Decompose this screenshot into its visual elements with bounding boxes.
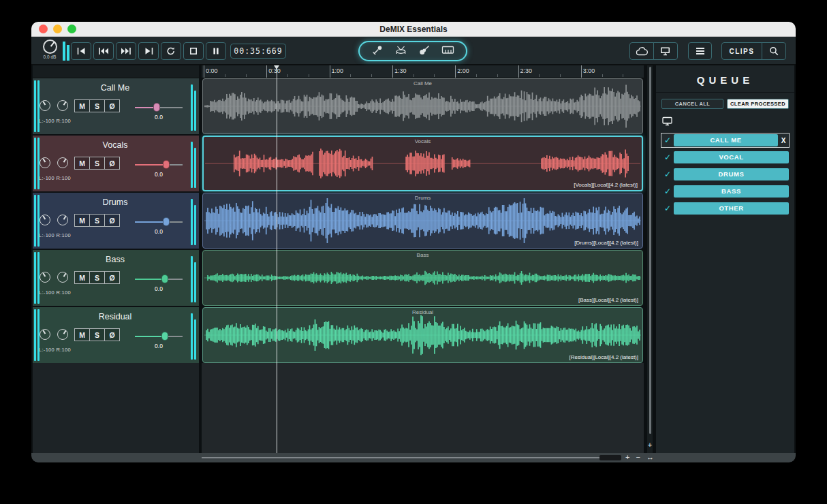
track-header[interactable]: Residual M S Ø L:-100 R:100 0.0 [33, 307, 199, 363]
track-header[interactable]: Bass M S Ø L:-100 R:100 0.0 [33, 250, 199, 306]
volume-slider-thumb[interactable] [161, 332, 168, 341]
pan-right-knob[interactable] [57, 215, 68, 225]
track-header[interactable]: Drums M S Ø L:-100 R:100 0.0 [33, 193, 199, 249]
volume-slider-thumb[interactable] [163, 217, 170, 226]
fast-forward-button[interactable] [116, 42, 136, 60]
phase-button[interactable]: Ø [104, 99, 120, 112]
queue-panel: QUEUE CANCEL ALL CLEAR PROCESSED ✓ CALL … [656, 65, 794, 453]
piano-icon[interactable] [441, 45, 454, 57]
rewind-button[interactable] [93, 42, 114, 60]
menu-button[interactable] [688, 42, 712, 60]
phase-button[interactable]: Ø [104, 271, 120, 284]
drums-icon[interactable] [394, 45, 407, 58]
volume-slider-thumb[interactable] [153, 103, 160, 112]
volume-slider[interactable] [135, 103, 183, 112]
solo-button[interactable]: S [89, 328, 105, 341]
master-gain-knob[interactable] [43, 40, 57, 54]
phase-button[interactable]: Ø [104, 328, 120, 341]
horizontal-scrollbar[interactable] [202, 453, 621, 462]
queue-item-label[interactable]: OTHER [674, 202, 789, 215]
track-name: Vocals [42, 140, 188, 150]
volume-slider[interactable] [135, 160, 183, 169]
track-header[interactable]: Call Me M S Ø L:-100 R:100 0.0 [33, 78, 199, 134]
pan-range-label: L:-100 R:100 [39, 232, 71, 238]
pan-left-knob[interactable] [40, 329, 50, 340]
pause-button[interactable] [206, 42, 226, 60]
clips-button[interactable]: CLIPS [721, 42, 762, 60]
stop-button[interactable] [183, 42, 204, 60]
track-level-meter [191, 82, 197, 131]
queue-item[interactable]: ✓ BASS [661, 185, 789, 198]
mute-button[interactable]: M [74, 99, 90, 112]
timeline-ruler[interactable]: 0:000:301:001:302:002:303:003 [202, 65, 644, 78]
pan-right-knob[interactable] [57, 329, 68, 340]
pan-right-knob[interactable] [57, 157, 68, 168]
queue-item-label[interactable]: VOCAL [674, 151, 789, 163]
zoom-in-button[interactable]: + [625, 453, 629, 462]
audio-clip[interactable]: Drums [Drums][Local][4.2 (latest)] [202, 193, 643, 249]
vertical-scrollbar[interactable]: + [647, 65, 653, 453]
mute-button[interactable]: M [74, 328, 90, 341]
pan-left-knob[interactable] [40, 100, 50, 111]
stem-selector[interactable] [358, 41, 467, 61]
phase-button[interactable]: Ø [104, 157, 120, 170]
pan-right-knob[interactable] [57, 272, 68, 283]
check-icon: ✓ [661, 204, 674, 213]
local-processing-button[interactable] [653, 42, 678, 60]
queue-item-label[interactable]: CALL ME [674, 134, 778, 146]
titlebar[interactable]: DeMIX Essentials [31, 22, 796, 37]
queue-item[interactable]: ✓ OTHER [661, 202, 789, 215]
loop-button[interactable] [161, 42, 181, 60]
track-name: Drums [42, 198, 188, 207]
queue-item[interactable]: ✓ VOCAL [661, 151, 789, 164]
playhead[interactable] [277, 65, 277, 453]
solo-button[interactable]: S [89, 157, 105, 170]
audio-clip[interactable]: Residual [Residual][Local][4.2 (latest)] [202, 307, 643, 363]
ruler-tick: 2:00 [455, 65, 456, 78]
guitar-icon[interactable] [418, 45, 430, 58]
remove-queue-item-button[interactable]: X [778, 137, 789, 144]
zoom-fit-button[interactable]: ↔ [646, 453, 654, 462]
waveform [205, 138, 640, 189]
queue-item-label[interactable]: BASS [674, 185, 789, 198]
microphone-icon[interactable] [371, 45, 383, 58]
pan-right-knob[interactable] [57, 100, 68, 111]
phase-button[interactable]: Ø [104, 214, 120, 227]
pan-left-knob[interactable] [40, 157, 50, 168]
solo-button[interactable]: S [89, 214, 105, 227]
audio-clip[interactable]: Call Me [202, 78, 643, 134]
mute-button[interactable]: M [74, 214, 90, 227]
queue-item[interactable]: ✓ DRUMS [661, 168, 789, 181]
cloud-processing-button[interactable] [629, 42, 654, 60]
mute-button[interactable]: M [74, 271, 90, 284]
track-header[interactable]: Vocals M S Ø L:-100 R:100 0.0 [33, 136, 199, 191]
search-button[interactable] [762, 42, 786, 60]
vertical-zoom-in-button[interactable]: + [647, 441, 653, 449]
waveform [204, 252, 641, 304]
volume-slider[interactable] [135, 332, 183, 341]
track-name: Bass [42, 255, 188, 264]
volume-slider[interactable] [135, 274, 183, 283]
volume-slider-thumb[interactable] [163, 160, 170, 169]
cancel-all-button[interactable]: CANCEL ALL [661, 99, 723, 109]
queue-item-label[interactable]: DRUMS [674, 168, 789, 180]
timeline[interactable]: 0:000:301:001:302:002:303:003 Call Me Vo… [202, 65, 644, 453]
pan-left-knob[interactable] [40, 215, 50, 225]
clear-processed-button[interactable]: CLEAR PROCESSED [727, 99, 789, 109]
queue-item[interactable]: ✓ CALL ME X [661, 133, 789, 147]
volume-slider-thumb[interactable] [161, 274, 168, 283]
audio-clip[interactable]: Bass [Bass][Local][4.2 (latest)] [202, 250, 643, 306]
pan-left-knob[interactable] [40, 272, 50, 283]
mute-button[interactable]: M [74, 157, 90, 170]
solo-button[interactable]: S [89, 99, 105, 112]
solo-button[interactable]: S [89, 271, 105, 284]
skip-to-end-button[interactable] [138, 42, 159, 60]
audio-clip[interactable]: Vocals [Vocals][Local][4.2 (latest)] [202, 136, 643, 191]
vertical-scrollbar-thumb[interactable] [649, 67, 651, 434]
volume-slider[interactable] [135, 217, 183, 226]
zoom-out-button[interactable]: − [636, 453, 640, 462]
pan-range-label: L:-100 R:100 [39, 347, 71, 353]
skip-to-start-button[interactable] [71, 42, 91, 60]
pan-range-label: L:-100 R:100 [39, 289, 71, 296]
horizontal-scrollbar-thumb[interactable] [599, 455, 621, 460]
